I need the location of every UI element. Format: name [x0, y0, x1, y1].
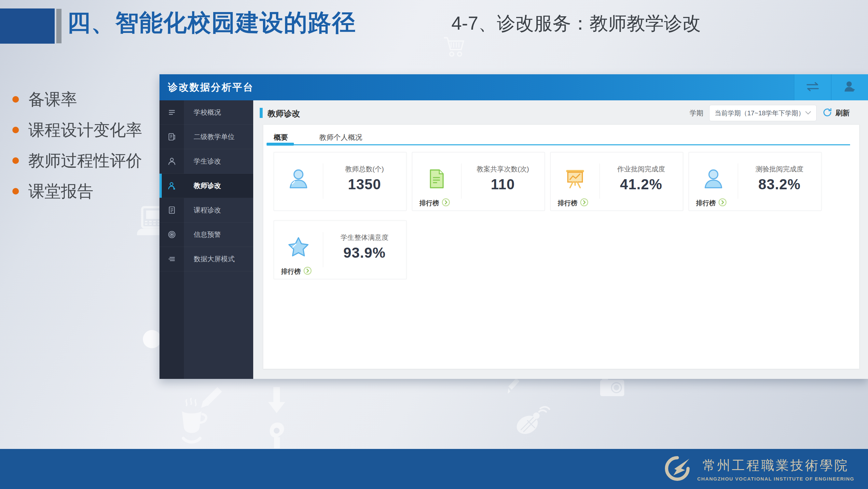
school-name-cn: 常州工程職業技術學院 — [703, 456, 849, 474]
card-divider — [738, 164, 738, 199]
watermark-cart-icon — [443, 35, 466, 58]
bullet-dot-icon — [12, 188, 19, 195]
tab-underline — [267, 144, 850, 145]
ranking-label: 排行榜 — [558, 199, 577, 207]
card-divider — [599, 164, 600, 199]
stat-cards: 教师总数(个) 1350 教案共享次数(次) 110 排行榜 作业批阅完成度 4… — [274, 152, 853, 279]
school-name: 常州工程職業技術學院 CHANGZHOU VOCATIONAL INSTITUT… — [697, 456, 854, 482]
card-label: 学生整体满意度 — [341, 233, 389, 242]
ranking-link[interactable]: 排行榜 — [558, 198, 588, 208]
ranking-chevron-icon — [442, 198, 450, 208]
semester-value: 当前学期（17~18学年下学期） — [715, 109, 805, 118]
card-value: 93.9% — [343, 244, 386, 261]
sidebar-item-教师诊改[interactable]: 教师诊改 — [159, 174, 253, 198]
watermark-arrow-small-icon — [506, 377, 521, 394]
toolbar: 学期 当前学期（17~18学年下学期） 刷新 — [690, 105, 850, 121]
bullet-item: 课程设计变化率 — [12, 115, 142, 145]
bullet-text: 课程设计变化率 — [28, 119, 142, 141]
card-value: 83.2% — [758, 176, 801, 193]
swap-button[interactable] — [794, 74, 831, 100]
sidebar-item-label: 数据大屏模式 — [194, 254, 235, 264]
sidebar-item-信息预警[interactable]: 信息预警 — [159, 223, 253, 247]
school-name-en: CHANGZHOU VOCATIONAL INSTITUTE OF ENGINE… — [697, 476, 854, 482]
stat-card: 作业批阅完成度 41.2% 排行榜 — [550, 152, 683, 211]
screen-lines-icon — [159, 254, 184, 264]
dashboard-body: 学校概况 二级教学单位 学生诊改 教师诊改 课程诊改 信息预警 数据大屏模式 教… — [159, 100, 868, 379]
ranking-chevron-icon — [718, 198, 727, 208]
header-buttons — [794, 74, 868, 100]
sidebar-item-label: 课程诊改 — [194, 206, 221, 215]
user-button[interactable] — [831, 74, 868, 100]
card-value: 1350 — [348, 176, 381, 193]
content-panel: 概要教师个人概况 教师总数(个) 1350 教案共享次数(次) 110 排行榜 — [263, 124, 860, 369]
sidebar-item-label: 二级教学单位 — [194, 132, 235, 141]
swap-icon — [805, 82, 820, 93]
card-value: 41.2% — [620, 176, 662, 193]
ranking-chevron-icon — [303, 266, 312, 276]
bullet-text: 课堂报告 — [28, 180, 93, 202]
slide-subtitle: 4-7、诊改服务：教师教学诊改 — [452, 11, 701, 36]
student-icon — [159, 157, 184, 166]
sidebar-item-label: 学生诊改 — [194, 157, 221, 166]
ranking-link[interactable]: 排行榜 — [281, 266, 312, 276]
slide-title: 四、智能化校园建设的路径 — [67, 7, 356, 38]
card-divider — [323, 232, 323, 267]
school-emblem-icon — [663, 455, 691, 484]
card-divider — [461, 164, 462, 199]
sidebar-item-学生诊改[interactable]: 学生诊改 — [159, 149, 253, 174]
teacher-person-icon — [274, 152, 323, 210]
tab-概要[interactable]: 概要 — [274, 133, 288, 142]
target-icon — [159, 230, 184, 239]
sidebar: 学校概况 二级教学单位 学生诊改 教师诊改 课程诊改 信息预警 数据大屏模式 — [159, 100, 253, 379]
header-accent-square — [0, 8, 55, 44]
watermark-satellite-icon — [512, 400, 551, 439]
teacher-icon — [159, 181, 184, 190]
app-title: 诊改数据分析平台 — [168, 81, 254, 94]
sidebar-item-学校概况[interactable]: 学校概况 — [159, 100, 253, 125]
stat-card: 教师总数(个) 1350 — [274, 152, 406, 211]
semester-select[interactable]: 当前学期（17~18学年下学期） — [709, 105, 816, 121]
watermark-hand-icon — [267, 421, 286, 449]
card-label: 测验批阅完成度 — [756, 165, 804, 174]
chevron-down-icon — [805, 110, 811, 116]
card-text: 学生整体满意度 93.9% — [323, 215, 406, 279]
stat-card: 教案共享次数(次) 110 排行榜 — [412, 152, 545, 211]
stat-card: 测验批阅完成度 83.2% 排行榜 — [689, 152, 822, 211]
bullet-dot-icon — [12, 96, 19, 103]
sidebar-item-二级教学单位[interactable]: 二级教学单位 — [159, 125, 253, 149]
sidebar-item-label: 信息预警 — [194, 230, 221, 239]
user-icon — [844, 81, 856, 93]
bullet-item: 备课率 — [12, 84, 142, 115]
ranking-label: 排行榜 — [420, 199, 439, 207]
stat-card: 学生整体满意度 93.9% 排行榜 — [274, 221, 406, 279]
refresh-button[interactable]: 刷新 — [823, 108, 850, 119]
page-title: 教师诊改 — [268, 108, 300, 119]
ranking-link[interactable]: 排行榜 — [420, 198, 450, 208]
sidebar-item-课程诊改[interactable]: 课程诊改 — [159, 198, 253, 223]
bullet-text: 备课率 — [28, 89, 77, 110]
watermark-circle — [143, 330, 161, 349]
card-text: 作业批阅完成度 41.2% — [599, 147, 683, 210]
card-divider — [323, 164, 323, 199]
menu-lines-icon — [159, 108, 184, 117]
ranking-link[interactable]: 排行榜 — [696, 198, 727, 208]
sidebar-item-label: 学校概况 — [194, 108, 221, 117]
dashboard-header: 诊改数据分析平台 — [159, 74, 868, 100]
card-text: 测验批阅完成度 83.2% — [738, 147, 821, 210]
semester-label: 学期 — [690, 109, 703, 118]
tab-教师个人概况[interactable]: 教师个人概况 — [319, 133, 362, 142]
slide-root: 四、智能化校园建设的路径 4-7、诊改服务：教师教学诊改 备课率 课程设计变化率… — [0, 0, 868, 489]
dashboard-window: 诊改数据分析平台 — [159, 74, 868, 379]
sidebar-item-数据大屏模式[interactable]: 数据大屏模式 — [159, 247, 253, 271]
watermark-arrow-down-icon — [268, 387, 286, 416]
card-label: 教师总数(个) — [345, 165, 384, 174]
card-label: 教案共享次数(次) — [477, 165, 529, 174]
ranking-chevron-icon — [580, 198, 588, 208]
card-value: 110 — [491, 176, 515, 193]
page-title-accent — [260, 108, 262, 118]
active-tab-indicator — [267, 143, 294, 146]
building-icon — [159, 132, 184, 141]
ranking-label: 排行榜 — [696, 199, 716, 207]
bullet-item: 课堂报告 — [12, 176, 142, 206]
refresh-icon — [823, 108, 832, 119]
